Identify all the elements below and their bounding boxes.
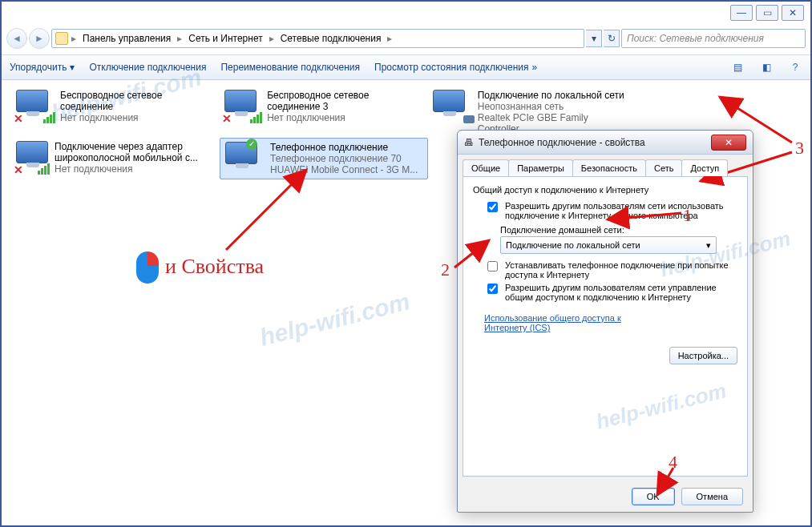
connection-subtitle: Телефонное подключение 70: [270, 153, 418, 164]
refresh-button[interactable]: ↻: [604, 30, 620, 47]
rename-connection-button[interactable]: Переименование подключения: [220, 62, 360, 73]
connection-subtitle: Неопознанная сеть: [478, 101, 632, 112]
connection-item[interactable]: ✕Беспроводное сетевое соединение 3Нет по…: [220, 86, 428, 138]
command-toolbar: Упорядочить ▾ Отключение подключения Пер…: [2, 54, 810, 80]
connection-subtitle: Нет подключения: [267, 112, 423, 123]
home-network-combo[interactable]: Подключение по локальной сети ▾: [500, 236, 717, 254]
navigation-bar: ◄ ► ▸ Панель управления ▸ Сеть и Интерне…: [6, 27, 806, 50]
ics-group-title: Общий доступ к подключению к Интернету: [473, 185, 737, 195]
tab-security[interactable]: Безопасность: [572, 159, 646, 176]
tab-access[interactable]: Доступ: [681, 159, 728, 176]
connection-text: Беспроводное сетевое соединение 3Нет под…: [267, 90, 423, 123]
annotation-number-4: 4: [669, 452, 677, 473]
connection-item[interactable]: ✕Подключение через адаптер широкополосно…: [11, 138, 220, 179]
allow-control-label: Разрешить другим пользователям сети упра…: [505, 283, 737, 302]
breadcrumb-root[interactable]: Панель управления: [79, 31, 174, 46]
connection-item[interactable]: ✓Телефонное подключениеТелефонное подклю…: [220, 138, 428, 179]
preview-pane-icon[interactable]: ◧: [759, 60, 774, 74]
folder-icon: [55, 32, 68, 45]
home-network-label: Подключение домашней сети:: [500, 225, 737, 235]
breadcrumb-sep: ▸: [71, 33, 76, 44]
address-bar[interactable]: ▸ Панель управления ▸ Сеть и Интернет ▸ …: [51, 29, 584, 48]
tab-network[interactable]: Сеть: [645, 159, 682, 176]
chevron-down-icon: ▾: [706, 240, 711, 251]
organize-menu[interactable]: Упорядочить ▾: [10, 62, 75, 73]
allow-control-checkbox[interactable]: [487, 284, 498, 294]
properties-dialog: 🖷 Телефонное подключение - свойства ✕ Об…: [457, 130, 753, 513]
connection-text: Телефонное подключениеТелефонное подключ…: [270, 142, 418, 175]
home-network-value: Подключение по локальной сети: [506, 240, 640, 250]
allow-control-checkbox-row[interactable]: Разрешить другим пользователям сети упра…: [484, 283, 737, 302]
view-status-button[interactable]: Просмотр состояния подключения »: [374, 62, 537, 73]
forward-button[interactable]: ►: [29, 28, 50, 49]
maximize-button[interactable]: ▭: [756, 5, 778, 21]
connection-item[interactable]: ✕Беспроводное сетевое соединениеНет подк…: [11, 86, 220, 138]
dial-on-demand-label: Устанавливать телефонное подключение при…: [505, 260, 737, 280]
ics-help-link[interactable]: Использование общего доступа к Интернету…: [484, 313, 644, 332]
allow-share-label: Разрешить другим пользователям сети испо…: [505, 201, 737, 220]
address-dropdown[interactable]: ▾: [586, 30, 602, 47]
connection-subtitle: Нет подключения: [55, 163, 215, 175]
allow-share-checkbox[interactable]: [487, 202, 498, 212]
annotation-number-3: 3: [795, 138, 804, 159]
chevron-right-icon: »: [532, 62, 538, 73]
breadcrumb-leaf[interactable]: Сетевые подключения: [277, 31, 385, 46]
breadcrumb-sep: ▸: [177, 33, 182, 44]
connection-text: Подключение по локальной сетиНеопознанна…: [478, 90, 632, 135]
annotation-number-2: 2: [441, 259, 450, 280]
annotation-properties-text: и Свойства: [165, 255, 264, 279]
tab-params[interactable]: Параметры: [508, 159, 573, 176]
dialog-titlebar[interactable]: 🖷 Телефонное подключение - свойства ✕: [458, 131, 753, 155]
ok-button[interactable]: OK: [632, 488, 675, 505]
dialog-tabs: Общие Параметры Безопасность Сеть Доступ: [458, 155, 753, 176]
connection-title: Телефонное подключение: [270, 142, 418, 153]
connection-text: Беспроводное сетевое соединениеНет подкл…: [60, 90, 215, 123]
connection-icon: ✕: [16, 90, 54, 122]
connection-text: Подключение через адаптер широкополосной…: [55, 141, 215, 175]
breadcrumb-mid[interactable]: Сеть и Интернет: [185, 31, 265, 46]
dial-on-demand-checkbox[interactable]: [487, 261, 498, 272]
connection-icon: ✓: [225, 142, 264, 174]
connection-title: Беспроводное сетевое соединение: [60, 90, 215, 112]
connection-subtitle: Нет подключения: [60, 112, 215, 123]
search-input[interactable]: Поиск: Сетевые подключения: [621, 29, 806, 48]
view-options-icon[interactable]: ▤: [730, 60, 745, 74]
dial-on-demand-checkbox-row[interactable]: Устанавливать телефонное подключение при…: [484, 260, 737, 280]
mouse-icon: [136, 251, 159, 284]
back-button[interactable]: ◄: [6, 28, 27, 49]
minimize-button[interactable]: —: [730, 5, 753, 21]
connection-icon: ✕: [16, 141, 48, 173]
status-label: Просмотр состояния подключения: [374, 62, 528, 73]
annotation-number-1: 1: [683, 205, 692, 226]
connection-icon: [433, 90, 471, 122]
organize-label: Упорядочить: [10, 62, 67, 73]
close-button[interactable]: ✕: [782, 5, 804, 21]
dialog-close-button[interactable]: ✕: [711, 135, 746, 151]
help-icon[interactable]: ?: [788, 60, 802, 74]
connection-title: Беспроводное сетевое соединение 3: [267, 90, 423, 112]
chevron-down-icon: ▾: [70, 62, 75, 73]
connection-icon: ✕: [224, 90, 261, 122]
connection-device: HUAWEI Mobile Connect - 3G M...: [270, 164, 418, 175]
dialog-title: Телефонное подключение - свойства: [479, 137, 645, 148]
window-controls: — ▭ ✕: [730, 5, 804, 21]
allow-share-checkbox-row[interactable]: Разрешить другим пользователям сети испо…: [484, 201, 737, 220]
dialog-icon: 🖷: [464, 137, 474, 148]
tab-access-body: Общий доступ к подключению к Интернету Р…: [463, 176, 748, 477]
settings-button[interactable]: Настройка...: [669, 347, 737, 364]
dialog-button-row: OK Отмена: [458, 481, 753, 512]
cancel-button[interactable]: Отмена: [681, 488, 743, 505]
connection-title: Подключение по локальной сети: [478, 90, 632, 101]
disable-connection-button[interactable]: Отключение подключения: [89, 62, 206, 73]
breadcrumb-sep: ▸: [387, 33, 392, 44]
tab-general[interactable]: Общие: [463, 159, 509, 176]
connection-title: Подключение через адаптер широкополосной…: [55, 141, 215, 163]
breadcrumb-sep: ▸: [269, 33, 274, 44]
